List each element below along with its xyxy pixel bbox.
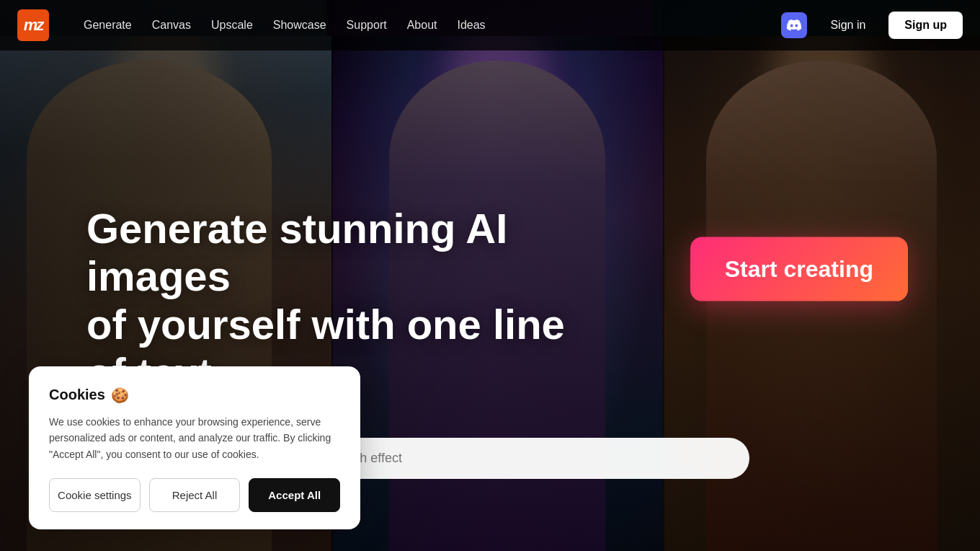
nav-support[interactable]: Support bbox=[347, 19, 387, 32]
nav-showcase[interactable]: Showcase bbox=[273, 19, 326, 32]
nav-right: Sign in Sign up bbox=[781, 12, 963, 39]
discord-icon[interactable] bbox=[781, 12, 807, 38]
signup-button[interactable]: Sign up bbox=[888, 12, 963, 39]
nav-generate[interactable]: Generate bbox=[84, 19, 132, 32]
logo-link[interactable]: mz bbox=[17, 9, 49, 41]
accept-all-button[interactable]: Accept All bbox=[249, 478, 340, 512]
cookie-body-text: We use cookies to enhance your browsing … bbox=[49, 414, 340, 462]
navbar: mz Generate Canvas Upscale Showcase Supp… bbox=[0, 0, 980, 50]
nav-about[interactable]: About bbox=[407, 19, 437, 32]
nav-links: Generate Canvas Upscale Showcase Support… bbox=[84, 19, 758, 32]
hero-headline-line1: Generate stunning AI images bbox=[86, 205, 507, 300]
cookie-settings-button[interactable]: Cookie settings bbox=[49, 478, 141, 512]
nav-canvas[interactable]: Canvas bbox=[152, 19, 191, 32]
nav-ideas[interactable]: Ideas bbox=[457, 19, 485, 32]
hero-section: mz Generate Canvas Upscale Showcase Supp… bbox=[0, 0, 980, 551]
logo-icon: mz bbox=[17, 9, 49, 41]
cookie-title: Cookies 🍪 bbox=[49, 387, 340, 404]
reject-all-button[interactable]: Reject All bbox=[149, 478, 241, 512]
cookie-buttons: Cookie settings Reject All Accept All bbox=[49, 478, 340, 512]
cookie-banner: Cookies 🍪 We use cookies to enhance your… bbox=[29, 366, 360, 529]
signin-button[interactable]: Sign in bbox=[819, 13, 877, 38]
cookie-title-text: Cookies bbox=[49, 387, 105, 403]
cookie-emoji: 🍪 bbox=[111, 387, 129, 404]
nav-upscale[interactable]: Upscale bbox=[211, 19, 253, 32]
